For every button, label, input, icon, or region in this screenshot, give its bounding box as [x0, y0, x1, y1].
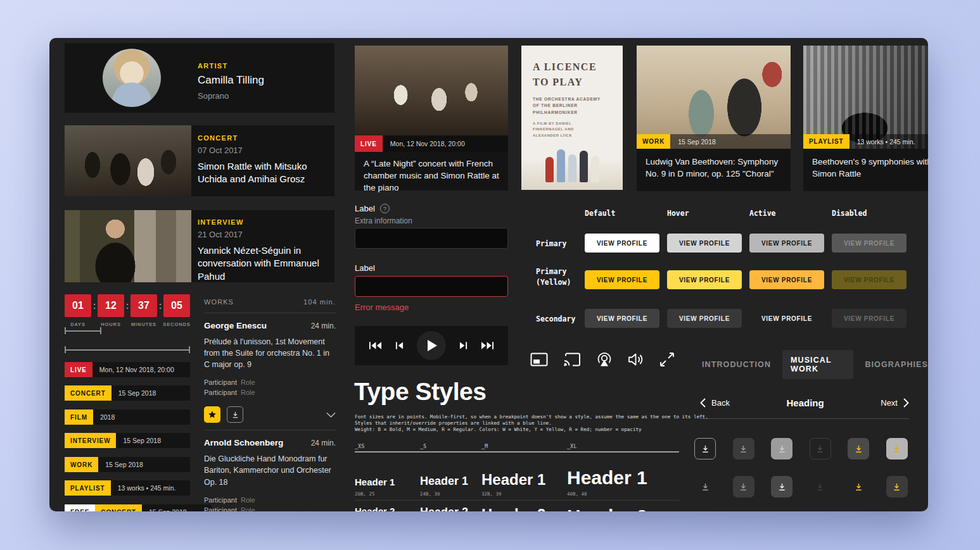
badge-row-concert[interactable]: CONCERT 15 Sep 2018: [65, 385, 190, 401]
help-icon[interactable]: ?: [380, 204, 390, 213]
picture-in-picture-icon[interactable]: [530, 353, 548, 366]
tab-musical-work[interactable]: MUSICAL WORK: [782, 350, 853, 379]
artist-card[interactable]: ARTIST Camilla Tilling Soprano: [65, 43, 334, 113]
download-button-yellow-filled[interactable]: [848, 438, 869, 459]
range-slider-long[interactable]: [65, 346, 190, 353]
header1-spec-xl: 40B, 48: [567, 491, 679, 497]
range-slider-short[interactable]: [65, 327, 101, 334]
work-item: George Enescu 24 min. Prélude à l'unisso…: [204, 321, 336, 423]
download-button-filled-default[interactable]: [733, 476, 754, 497]
badge-row-live[interactable]: LIVE Mon, 12 Nov 2018, 20:00: [65, 362, 190, 377]
view-profile-button-yellow-active[interactable]: VIEW PROFILE: [749, 270, 824, 289]
badge-row-free-concert[interactable]: FREE CONCERT 15 Sep 2018: [65, 504, 212, 511]
expand-chevron-icon[interactable]: [326, 412, 336, 418]
countdown-seconds-label: SECONDS: [163, 322, 190, 327]
next-button[interactable]: Next: [881, 398, 909, 408]
work-card[interactable]: WORK 15 Sep 2018 Ludwig Van Beethoven: S…: [637, 46, 791, 191]
interview-photo: [65, 210, 191, 282]
tab-biographies[interactable]: BIOGRAPHIES: [865, 360, 928, 369]
error-message: Error message: [355, 303, 409, 312]
view-profile-button-secondary-default[interactable]: VIEW PROFILE: [585, 309, 659, 328]
view-profile-button-primary-default[interactable]: VIEW PROFILE: [585, 234, 659, 253]
airplay-icon[interactable]: [596, 351, 613, 368]
interview-badge: INTERVIEW: [65, 433, 116, 448]
button-state-column-default: Default: [585, 209, 615, 218]
volume-icon[interactable]: [628, 353, 644, 366]
work-description: Prélude à l'unisson, 1st Movement from t…: [204, 336, 336, 370]
film-badge: FILM: [65, 409, 93, 425]
tab-introduction[interactable]: INTRODUCTION: [702, 360, 771, 369]
download-icon: [701, 482, 710, 492]
download-button-filled-hover[interactable]: [733, 438, 754, 459]
view-profile-button-yellow-hover[interactable]: VIEW PROFILE: [667, 270, 742, 289]
download-button-outline-default[interactable]: [694, 438, 716, 459]
concert-card[interactable]: CONCERT 07 Oct 2017 Simon Rattle with Mi…: [65, 125, 334, 196]
fullscreen-icon[interactable]: [659, 352, 675, 367]
download-icon: [854, 482, 863, 492]
text-input[interactable]: [355, 228, 508, 249]
work-photo: WORK 15 Sep 2018: [637, 46, 791, 149]
poster-card[interactable]: A LICENCE TO PLAY THE ORCHESTRA ACADEMY …: [521, 46, 623, 190]
back-button[interactable]: Back: [700, 398, 730, 408]
badge-row-film[interactable]: FILM 2018: [65, 409, 190, 425]
artist-category-label: ARTIST: [198, 62, 264, 70]
text-input-error[interactable]: [355, 276, 508, 297]
view-profile-button-secondary-hover[interactable]: VIEW PROFILE: [667, 309, 742, 328]
download-button-bare-yellow[interactable]: [848, 476, 869, 497]
chevron-right-icon: [903, 398, 909, 408]
button-row-label-secondary: Secondary: [536, 314, 590, 325]
type-styles-note: Styles that inherit/override properties …: [355, 420, 708, 427]
live-concert-card[interactable]: LIVE Mon, 12 Nov 2018, 20:00 A “Late Nig…: [355, 46, 508, 191]
download-button-bare-disabled: [810, 476, 831, 497]
concert-date: 07 Oct 2017: [198, 146, 327, 155]
previous-button[interactable]: [395, 341, 404, 350]
works-total-duration: 104 min.: [303, 298, 336, 306]
participant-name: Participant: [204, 389, 237, 396]
download-button[interactable]: [227, 406, 243, 423]
concert-category-label: CONCERT: [198, 134, 327, 142]
download-button-filled-yellow[interactable]: [886, 476, 908, 497]
artist-avatar: [103, 49, 161, 107]
type-styles-note: Weight: B = Bold, M = Medium, R = Regula…: [355, 427, 708, 433]
download-button-disabled: [810, 438, 831, 459]
poster-credit: A FILM BY DANIEL FINKERNAGEL AND ALEXAND…: [533, 121, 596, 139]
skip-back-button[interactable]: [369, 341, 382, 350]
playlist-card[interactable]: PLAYLIST 13 works • 245 min. Beethoven's…: [803, 46, 928, 191]
header1-sample-s: Header 1: [420, 475, 481, 487]
badge-row-playlist[interactable]: PLAYLIST 13 works • 245 min.: [65, 480, 190, 496]
badge-row-text: 15 Sep 2018: [105, 461, 143, 468]
download-icon: [231, 411, 239, 419]
view-profile-button-secondary-active[interactable]: VIEW PROFILE: [749, 309, 824, 328]
download-button-light-active[interactable]: [771, 438, 792, 459]
badge-row-work[interactable]: WORK 15 Sep 2018: [65, 457, 190, 472]
play-button[interactable]: [417, 331, 446, 360]
header1-spec-xs: 20B, 25: [355, 491, 420, 497]
button-state-column-hover: Hover: [667, 209, 689, 218]
type-styles-title: Type Styles: [354, 378, 486, 406]
work-composer: George Enescu: [204, 321, 267, 330]
live-datetime: Mon, 12 Nov 2018, 20:00: [390, 140, 465, 147]
skip-forward-button[interactable]: [481, 341, 494, 350]
view-profile-button-secondary-disabled: VIEW PROFILE: [832, 309, 907, 328]
favorite-star-button[interactable]: [204, 406, 220, 423]
view-profile-button-yellow-default[interactable]: VIEW PROFILE: [585, 270, 659, 289]
interview-card[interactable]: INTERVIEW 21 Oct 2017 Yannick Nézet-Ségu…: [65, 210, 334, 282]
view-profile-button-primary-active[interactable]: VIEW PROFILE: [749, 234, 824, 253]
countdown-separator: :: [157, 294, 163, 317]
download-button-bare-default[interactable]: [694, 476, 716, 497]
countdown-separator: :: [124, 294, 130, 317]
next-button[interactable]: [459, 341, 468, 350]
view-profile-button-primary-hover[interactable]: VIEW PROFILE: [667, 234, 742, 253]
cast-icon[interactable]: [563, 353, 581, 366]
download-icon: [815, 482, 825, 492]
live-concert-photo: [355, 46, 508, 135]
badge-row-interview[interactable]: INTERVIEW 15 Sep 2018: [65, 433, 190, 448]
playlist-title: Beethoven's 9 symphonies with Simon Ratt…: [803, 149, 928, 180]
playlist-meta: 13 works • 245 min.: [857, 138, 915, 146]
countdown-minutes-value: 37: [130, 294, 157, 317]
download-button-yellow-light[interactable]: [886, 438, 908, 459]
countdown-hours-label: HOURS: [101, 322, 121, 327]
download-button-filled-bright[interactable]: [771, 476, 792, 497]
countdown-days-value: 01: [65, 294, 91, 317]
playlist-photo: PLAYLIST 13 works • 245 min.: [803, 46, 928, 149]
